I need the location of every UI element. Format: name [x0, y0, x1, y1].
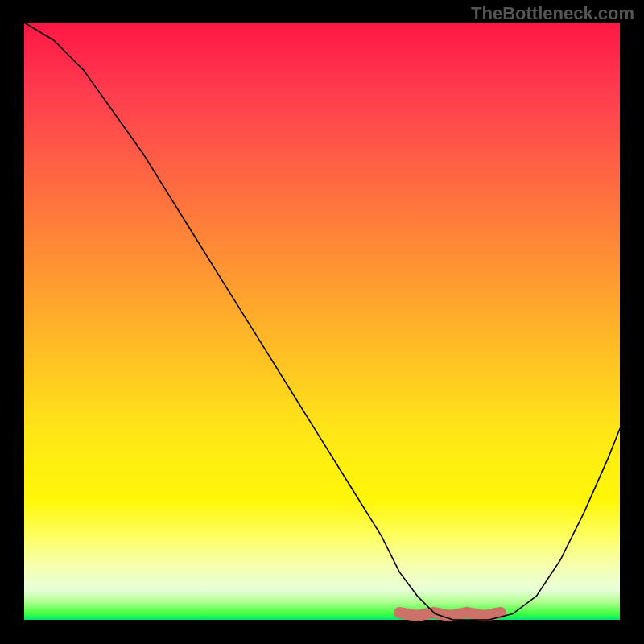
- bottleneck-curve: [24, 23, 620, 620]
- curve-highlight: [399, 613, 501, 616]
- curve-svg: [24, 23, 620, 620]
- chart-container: TheBottleneck.com: [0, 0, 644, 644]
- watermark-text: TheBottleneck.com: [471, 3, 634, 24]
- plot-area: [24, 23, 620, 620]
